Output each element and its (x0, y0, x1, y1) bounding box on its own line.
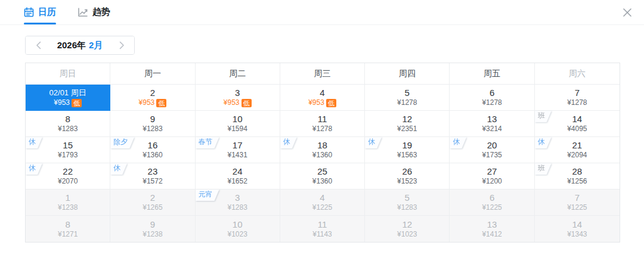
day-number: 17 (233, 140, 243, 150)
calendar-cell[interactable]: 6¥1225 (450, 189, 534, 216)
work-day-tag: 班 (535, 111, 552, 122)
price-line: ¥1343 (567, 230, 587, 239)
price-line: ¥3214 (482, 125, 501, 133)
calendar-cell[interactable]: 班28¥1256 (535, 163, 620, 189)
day-number: 9 (150, 219, 155, 229)
calendar-cell[interactable]: 9¥1238 (110, 216, 195, 242)
calendar-cell[interactable]: 春节17¥1431 (196, 137, 280, 163)
calendar-cell[interactable]: 14¥1343 (535, 216, 620, 242)
calendar-cell[interactable]: 4¥953低 (280, 85, 365, 111)
calendar-cell[interactable]: 11¥1278 (280, 111, 365, 137)
calendar-cell[interactable]: 24¥1652 (196, 163, 280, 189)
holiday-tag: 元宵 (196, 189, 219, 201)
day-number: 3 (235, 88, 240, 98)
calendar-cell[interactable]: 1¥1238 (26, 189, 110, 216)
calendar-cell[interactable]: 除夕16¥1360 (110, 137, 195, 163)
price-line: ¥1572 (143, 177, 162, 186)
calendar-cell[interactable]: 27¥1200 (450, 163, 534, 189)
weekday-header: 周二 (196, 63, 280, 85)
calendar-cell[interactable]: 8¥1283 (26, 111, 110, 137)
day-number: 28 (572, 166, 583, 176)
price-value: ¥1278 (482, 98, 501, 107)
price-line: ¥2070 (58, 177, 78, 186)
price-value: ¥1735 (482, 151, 501, 160)
day-number: 22 (63, 166, 73, 176)
price-line: ¥1594 (228, 125, 247, 133)
calendar-cell[interactable]: 12¥1023 (365, 216, 450, 242)
calendar-cell[interactable]: 元宵3¥1283 (196, 189, 280, 216)
price-value: ¥1283 (228, 203, 247, 212)
calendar-cell[interactable]: 班14¥4095 (535, 111, 620, 137)
calendar-cell[interactable]: 3¥953低 (196, 85, 280, 111)
calendar-cell[interactable]: 13¥3214 (450, 111, 534, 137)
calendar-cell[interactable]: 13¥1412 (450, 216, 534, 242)
price-value: ¥1278 (567, 98, 587, 107)
day-number: 19 (402, 140, 412, 150)
calendar-cell[interactable]: 休22¥2070 (26, 163, 110, 189)
calendar-cell[interactable]: 10¥1023 (196, 216, 280, 242)
calendar-cell[interactable]: 9¥1283 (110, 111, 195, 137)
calendar-row: 8¥12719¥123810¥102311¥114312¥102313¥1412… (26, 216, 620, 242)
weekday-header: 周四 (365, 63, 450, 85)
low-price-badge: 低 (156, 99, 166, 107)
price-value: ¥1271 (58, 230, 78, 239)
calendar-cell[interactable]: 2¥1265 (110, 189, 195, 216)
day-number: 9 (150, 114, 155, 124)
price-value: ¥1360 (312, 177, 332, 186)
trend-icon (78, 7, 88, 17)
price-value: ¥1225 (312, 203, 332, 212)
weekday-header: 周五 (450, 63, 534, 85)
price-line: ¥1735 (482, 151, 501, 160)
day-number: 12 (402, 114, 412, 124)
day-number: 6 (490, 88, 494, 98)
calendar-cell[interactable]: 11¥1143 (280, 216, 365, 242)
calendar-cell[interactable]: 休15¥1793 (26, 137, 110, 163)
calendar-row: 8¥12839¥128310¥159411¥127812¥235113¥3214… (26, 111, 620, 137)
tab-trend-label: 趋势 (92, 7, 110, 18)
calendar-cell[interactable]: 26¥1523 (365, 163, 450, 189)
price-value: ¥1283 (397, 203, 417, 212)
day-number: 24 (233, 166, 243, 176)
prev-month-button[interactable] (26, 36, 51, 54)
calendar-cell[interactable]: 5¥1283 (365, 189, 450, 216)
holiday-tag: 除夕 (110, 137, 134, 148)
calendar-cell[interactable]: 休18¥1360 (280, 137, 365, 163)
calendar-cell[interactable]: 02/01 周日¥953低 (26, 85, 110, 111)
tab-calendar[interactable]: 日历 (24, 0, 56, 24)
close-icon[interactable] (620, 5, 634, 20)
price-value: ¥1283 (58, 125, 78, 133)
calendar-cell[interactable]: 2¥953低 (110, 85, 195, 111)
calendar-cell[interactable]: 10¥1594 (196, 111, 280, 137)
price-line: ¥1225 (312, 203, 332, 212)
tab-bar: 日历 趋势 (0, 0, 644, 25)
calendar-cell[interactable]: 8¥1271 (26, 216, 110, 242)
price-value: ¥1225 (567, 203, 587, 212)
calendar-cell[interactable]: 5¥1278 (365, 85, 450, 111)
tab-trend[interactable]: 趋势 (78, 0, 110, 24)
calendar-cell[interactable]: 休20¥1735 (450, 137, 534, 163)
calendar-cell[interactable]: 休21¥2094 (535, 137, 620, 163)
price-value: ¥1283 (143, 125, 162, 133)
price-value: ¥2094 (567, 151, 587, 160)
day-number: 11 (318, 219, 327, 229)
calendar-cell[interactable]: 7¥1278 (535, 85, 620, 111)
day-number: 18 (317, 140, 327, 150)
calendar-cell[interactable]: 4¥1225 (280, 189, 365, 216)
holiday-tag: 休 (535, 137, 552, 148)
calendar-cell[interactable]: 休19¥1563 (365, 137, 450, 163)
calendar-cell[interactable]: 7¥1225 (535, 189, 620, 216)
day-number: 1 (65, 192, 70, 203)
next-month-button[interactable] (109, 36, 134, 54)
calendar-cell[interactable]: 休23¥1572 (110, 163, 195, 189)
day-number: 4 (320, 192, 324, 203)
calendar-cell[interactable]: 6¥1278 (450, 85, 534, 111)
price-value: ¥1238 (143, 230, 162, 239)
calendar-cell[interactable]: 12¥2351 (365, 111, 450, 137)
price-line: ¥1278 (567, 98, 587, 107)
day-number: 6 (490, 192, 494, 203)
price-line: ¥4095 (567, 125, 587, 133)
weekday-row: 周日周一周二周三周四周五周六 (26, 63, 620, 85)
day-number: 10 (233, 114, 243, 124)
calendar-cell[interactable]: 25¥1360 (280, 163, 365, 189)
calendar-row: 休15¥1793除夕16¥1360春节17¥1431休18¥1360休19¥15… (26, 137, 620, 163)
